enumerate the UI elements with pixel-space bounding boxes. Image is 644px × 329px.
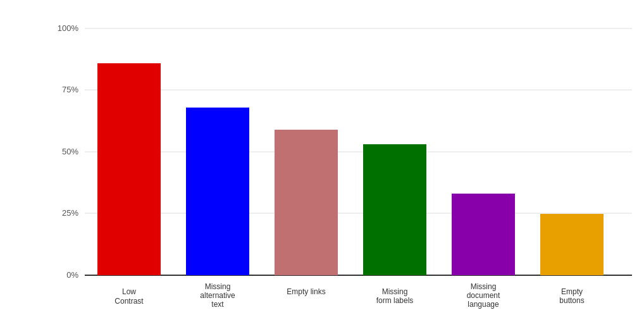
bar-missing-doc-language: [452, 194, 515, 275]
bar-empty-buttons: [540, 214, 604, 275]
y-label-100: 100%: [58, 23, 79, 33]
bar-label-missing-doc: Missing: [471, 282, 497, 291]
svg-text:language: language: [468, 300, 499, 309]
y-label-50: 50%: [62, 147, 78, 156]
bar-missing-form-labels: [363, 144, 426, 275]
bar-label-low-contrast: Low: [122, 287, 136, 296]
chart-container: 100% 75% 50% 25% 0% Low Contrast Missing…: [12, 9, 632, 320]
bar-label-missing-form: Missing: [382, 287, 408, 296]
bar-label-empty-buttons: Empty: [561, 287, 583, 296]
bar-low-contrast: [97, 63, 161, 275]
y-label-75: 75%: [62, 85, 78, 94]
svg-text:buttons: buttons: [559, 296, 584, 305]
svg-text:Contrast: Contrast: [115, 297, 144, 306]
y-label-25: 25%: [62, 208, 78, 218]
y-label-0: 0%: [66, 270, 78, 280]
bar-empty-links: [275, 130, 338, 275]
bar-label-missing-alt: Missing: [205, 282, 231, 291]
bar-missing-alt-text: [186, 108, 249, 275]
svg-text:text: text: [211, 300, 224, 309]
svg-text:alternative: alternative: [200, 291, 235, 300]
svg-text:document: document: [467, 291, 500, 300]
bar-chart: 100% 75% 50% 25% 0% Low Contrast Missing…: [50, 22, 632, 288]
svg-text:form labels: form labels: [376, 296, 414, 305]
bar-label-empty-links: Empty links: [287, 287, 325, 296]
